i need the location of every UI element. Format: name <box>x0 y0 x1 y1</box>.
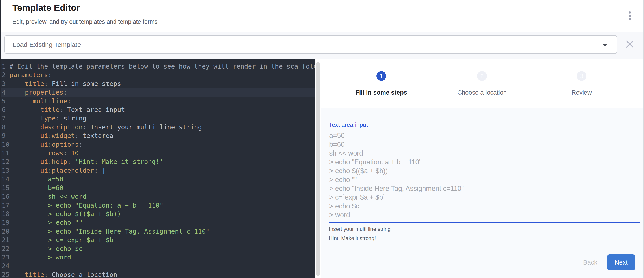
code-line[interactable]: 25 - title: Choose a location <box>0 271 315 278</box>
line-number: 9 <box>0 132 10 140</box>
line-number: 4 <box>0 88 10 97</box>
line-number: 7 <box>0 114 10 123</box>
code-line[interactable]: 6 title: Text area input <box>0 105 315 114</box>
back-button[interactable]: Back <box>577 255 604 270</box>
next-button[interactable]: Next <box>607 255 635 270</box>
code-line[interactable]: 4 properties: <box>0 88 315 97</box>
code-line[interactable]: 13 ui:placeholder: | <box>0 166 315 175</box>
code-line[interactable]: 21 > c=`expr $a + $b` <box>0 236 315 244</box>
line-number: 13 <box>0 166 10 175</box>
line-number: 23 <box>0 253 10 262</box>
line-number: 3 <box>0 79 10 88</box>
textarea-placeholder: a=50b=60sh << word> echo "Equation: a + … <box>329 131 638 219</box>
code-line[interactable]: 15 b=60 <box>0 184 315 192</box>
code-line[interactable]: 11 rows: 10 <box>0 149 315 158</box>
code-line[interactable]: 8 description: Insert your multi line st… <box>0 123 315 132</box>
step-label-3: Review <box>572 89 592 96</box>
code-line[interactable]: 1# Edit the template parameters below to… <box>0 62 315 71</box>
code-line[interactable]: 18 > echo $(($a + $b)) <box>0 210 315 218</box>
stepper: 1 2 3 Fill in some steps Choose a locati… <box>321 59 644 108</box>
step-label-2: Choose a location <box>457 89 507 96</box>
code-editor[interactable]: 1# Edit the template parameters below to… <box>0 59 315 278</box>
preview-panel: 1 2 3 Fill in some steps Choose a locati… <box>321 59 644 278</box>
field-description: Insert your multi line string <box>329 226 390 232</box>
stepper-connector <box>490 76 574 76</box>
line-number: 19 <box>0 218 10 227</box>
load-template-select[interactable]: Load Existing Template <box>4 35 617 54</box>
code-line[interactable]: 14 a=50 <box>0 175 315 184</box>
field-focus-underline <box>329 222 640 223</box>
code-line[interactable]: 12 ui:help: 'Hint: Make it strong!' <box>0 158 315 166</box>
line-number: 18 <box>0 210 10 218</box>
form-area: Text area input a=50b=60sh << word> echo… <box>321 108 644 278</box>
code-line[interactable]: 20 > echo "Inside Here Tag, Assignment c… <box>0 227 315 236</box>
kebab-menu-icon[interactable] <box>626 10 634 24</box>
code-line[interactable]: 7 type: string <box>0 114 315 123</box>
toolbar: Load Existing Template <box>0 32 644 59</box>
line-number: 15 <box>0 184 10 192</box>
stepper-connector <box>389 76 474 76</box>
code-line[interactable]: 17 > echo "Equation: a + b = 110" <box>0 201 315 210</box>
code-line[interactable]: 23 > word <box>0 253 315 262</box>
editor-scrollbar-track[interactable] <box>315 59 321 278</box>
line-number: 17 <box>0 201 10 210</box>
line-number: 14 <box>0 175 10 184</box>
code-line[interactable]: 24 <box>0 262 315 270</box>
code-line[interactable]: 3 - title: Fill in some steps <box>0 79 315 88</box>
line-number: 10 <box>0 140 10 149</box>
code-line[interactable]: 9 ui:widget: textarea <box>0 132 315 140</box>
header: Template Editor Edit, preview, and try o… <box>0 0 644 32</box>
line-number: 11 <box>0 149 10 158</box>
load-template-value: Load Existing Template <box>13 41 81 48</box>
line-number: 8 <box>0 123 10 132</box>
line-number: 1 <box>0 62 10 71</box>
step-circle-2[interactable]: 2 <box>477 71 487 81</box>
step-circle-3[interactable]: 3 <box>577 71 586 81</box>
line-number: 24 <box>0 262 10 270</box>
editor-scrollbar-thumb[interactable] <box>316 62 320 276</box>
page-title: Template Editor <box>12 3 80 13</box>
page-left-border <box>0 0 1 278</box>
line-number: 25 <box>0 271 10 278</box>
code-line[interactable]: 10 ui:options: <box>0 140 315 149</box>
line-number: 6 <box>0 105 10 114</box>
line-number: 12 <box>0 158 10 166</box>
line-number: 2 <box>0 71 10 79</box>
page-right-border <box>643 0 644 278</box>
step-circle-1[interactable]: 1 <box>376 71 386 81</box>
page-subtitle: Edit, preview, and try out templates and… <box>12 18 158 25</box>
text-cursor <box>328 132 329 143</box>
line-number: 5 <box>0 97 10 105</box>
textarea-input[interactable]: a=50b=60sh << word> echo "Equation: a + … <box>329 131 638 219</box>
chevron-down-icon[interactable] <box>602 44 608 47</box>
line-number: 22 <box>0 245 10 253</box>
line-number: 21 <box>0 236 10 244</box>
code-line[interactable]: 2parameters: <box>0 71 315 79</box>
code-line[interactable]: 22 > echo $c <box>0 245 315 253</box>
step-label-1: Fill in some steps <box>356 89 407 96</box>
field-help-text: Hint: Make it strong! <box>329 235 376 242</box>
template-editor-page: Template Editor Edit, preview, and try o… <box>0 0 644 278</box>
line-number: 20 <box>0 227 10 236</box>
code-line[interactable]: 19 > echo "" <box>0 218 315 227</box>
close-icon[interactable] <box>625 39 635 49</box>
code-line[interactable]: 16 sh << word <box>0 192 315 201</box>
line-number: 16 <box>0 192 10 201</box>
code-line[interactable]: 5 multiline: <box>0 97 315 105</box>
textarea-field-label: Text area input <box>329 122 368 128</box>
